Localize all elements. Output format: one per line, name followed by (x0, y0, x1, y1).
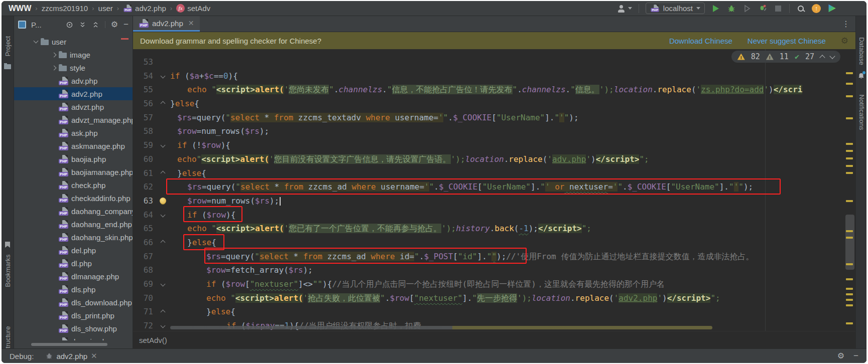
tree-chevron-icon[interactable] (34, 39, 39, 44)
code-line-67[interactable]: 67$rs=query("select * from zzcms_ad wher… (133, 250, 855, 264)
warning-stripe-mark[interactable] (846, 263, 853, 265)
tree-item-baojia-php[interactable]: PHPbaojia.php (14, 152, 133, 165)
download-chinese-link[interactable]: Download Chinese (669, 37, 732, 45)
code-line-62[interactable]: 62$rs=query("select * from zzcms_ad wher… (133, 180, 855, 194)
next-highlight-icon[interactable] (829, 53, 835, 59)
collapse-all-icon[interactable] (92, 21, 99, 29)
fold-marker-icon[interactable] (155, 319, 170, 331)
close-tab-icon[interactable]: ✕ (188, 19, 194, 27)
fold-marker-icon[interactable] (155, 69, 170, 83)
project-settings-gear-icon[interactable]: ⚙ (111, 21, 118, 29)
warning-stripe-mark[interactable] (846, 150, 853, 152)
debug-session-tab[interactable]: adv2.php ✕ (46, 351, 97, 360)
code-link[interactable]: adv2.php (618, 293, 657, 303)
project-stripe-icon[interactable] (4, 64, 11, 69)
code-line-63[interactable]: 63$row=num_rows($rs); (133, 194, 855, 208)
tree-item-advzt-manage-php[interactable]: PHPadvzt_manage.php (14, 113, 133, 126)
user-dropdown-icon[interactable] (628, 7, 632, 10)
tree-item-daohang-skin-php[interactable]: PHPdaohang_skin.php (14, 231, 133, 244)
minimize-debug-icon[interactable]: − (853, 351, 858, 361)
code-line-66[interactable]: 66}else{ (133, 236, 855, 250)
tree-item-style[interactable]: style (14, 61, 133, 74)
warning-stripe-mark[interactable] (846, 237, 853, 239)
banner-settings-gear-icon[interactable]: ⚙ (841, 37, 848, 45)
code-line-58[interactable]: 58$row=num_rows($rs); (133, 124, 855, 138)
code-line-54[interactable]: 54if ($a+$c==0){ (133, 69, 855, 83)
warning-stripe-mark[interactable] (846, 230, 853, 232)
start-listening-debug-button[interactable] (758, 4, 767, 13)
code-line-69[interactable]: 69if ($row["nextuser"]<>""){//当几个用户点击同一个… (133, 277, 855, 291)
tree-item-daohang-end-php[interactable]: PHPdaohang_end.php (14, 218, 133, 231)
breadcrumb-item-user[interactable]: user (98, 4, 113, 13)
debug-button[interactable] (727, 4, 736, 13)
run-with-coverage-button[interactable] (742, 4, 752, 13)
breadcrumb-item-adv2-php[interactable]: PHPadv2.php (123, 4, 166, 13)
tree-horizontal-scrollbar[interactable] (31, 343, 107, 346)
code-line-55[interactable]: 55echo "<script>alert('您尚未发布".channelzs.… (133, 83, 855, 97)
tree-item-daohang-company-php[interactable]: PHPdaohang_company.php (14, 205, 133, 218)
tree-item-advzt-php[interactable]: PHPadvzt.php (14, 100, 133, 113)
fold-marker-icon[interactable] (155, 166, 170, 180)
tool-stripe-database[interactable]: Database (858, 37, 865, 65)
code-line-60[interactable]: 60echo"<script>alert('您目前没有设置文字广告信息，请先设置… (133, 152, 855, 166)
ide-update-icon[interactable]: ↑ (812, 4, 821, 13)
hide-panel-icon[interactable]: − (123, 20, 129, 30)
tree-item-dls-php[interactable]: PHPdls.php (14, 283, 133, 296)
inspections-widget[interactable]: ! 82 ! 11 ✔ 27 (731, 51, 840, 63)
tool-stripe-bookmarks[interactable]: Bookmarks (4, 254, 12, 287)
tree-item-dls-print-php[interactable]: PHPdls_print.php (14, 309, 133, 322)
warning-stripe-mark[interactable] (846, 288, 853, 290)
code-line-71[interactable]: 71}else{ (133, 305, 855, 319)
tree-item-baojiamanage-php[interactable]: PHPbaojiamanage.php (14, 165, 133, 178)
warning-stripe-mark[interactable] (846, 200, 853, 202)
code-line-64[interactable]: 64if ($row){ (133, 208, 855, 222)
fold-marker-icon[interactable] (155, 305, 170, 319)
notifications-bell-icon[interactable] (858, 72, 864, 81)
warning-stripe-mark[interactable] (846, 293, 853, 295)
fold-marker-icon[interactable] (155, 138, 170, 152)
warning-stripe-mark[interactable] (846, 157, 853, 159)
fold-marker-icon[interactable] (155, 97, 170, 111)
tree-item-dls-download-php[interactable]: PHPdls_download.php (14, 296, 133, 309)
close-debug-tab-icon[interactable]: ✕ (91, 351, 97, 360)
editor-options-kebab-icon[interactable]: ⋮ (842, 19, 850, 29)
locate-file-icon[interactable] (66, 21, 73, 29)
fold-marker-icon[interactable] (155, 277, 170, 291)
tree-chevron-icon[interactable] (52, 52, 57, 57)
tree-item-dlmanage-php[interactable]: PHPdlmanage.php (14, 270, 133, 283)
tree-item-del-php[interactable]: PHPdel.php (14, 244, 133, 257)
tree-item-image[interactable]: image (14, 48, 133, 61)
tree-item-domain-php[interactable]: PHPdomain.php (14, 335, 133, 340)
code-link[interactable]: zs.php?do=add (701, 85, 764, 94)
code-with-me-icon[interactable] (827, 4, 836, 13)
editor-horizontal-scrollbar[interactable] (170, 326, 712, 329)
code-line-59[interactable]: 59if (!$row){ (133, 138, 855, 152)
warning-stripe-mark[interactable] (846, 95, 853, 97)
warning-stripe-mark[interactable] (846, 83, 853, 85)
warning-stripe-mark[interactable] (846, 172, 853, 174)
never-suggest-chinese-link[interactable]: Never suggest Chinese (748, 37, 826, 45)
code-editor[interactable]: 5354if ($a+$c==0){55echo "<script>alert(… (133, 49, 855, 331)
search-everywhere-icon[interactable] (796, 4, 805, 13)
code-line-57[interactable]: 57$rs=query("select * from zzcms_textadv… (133, 111, 855, 125)
code-line-65[interactable]: 65echo "<script>alert('您已有了一个广告位置，不能再参与抢… (133, 222, 855, 236)
warning-stripe-mark[interactable] (846, 72, 853, 74)
tree-item-adv2-php[interactable]: PHPadv2.php (14, 87, 133, 100)
code-line-56[interactable]: 56}else{ (133, 97, 855, 111)
warning-stripe-mark[interactable] (846, 304, 853, 306)
user-account-icon[interactable] (616, 4, 626, 13)
run-button[interactable] (711, 4, 720, 13)
tree-item-checkaddinfo-php[interactable]: PHPcheckaddinfo.php (14, 192, 133, 205)
code-link[interactable]: adv.php (552, 154, 586, 164)
editor-scrollbar-thumb[interactable] (845, 215, 854, 270)
code-line-61[interactable]: 61}else{ (133, 166, 855, 180)
breadcrumb-item-setadv[interactable]: fxsetAdv (176, 4, 210, 13)
expand-all-icon[interactable] (79, 21, 86, 29)
breadcrumb-item-zzcms201910[interactable]: zzcms201910 (42, 4, 88, 13)
tree-item-askmanage-php[interactable]: PHPaskmanage.php (14, 139, 133, 152)
run-configuration-select[interactable]: PHP localhost (646, 3, 705, 14)
warning-stripe-mark[interactable] (846, 143, 853, 145)
warning-stripe-mark[interactable] (846, 165, 853, 167)
code-line-68[interactable]: 68$row=fetch_array($rs); (133, 263, 855, 277)
warning-stripe-mark[interactable] (846, 299, 853, 301)
